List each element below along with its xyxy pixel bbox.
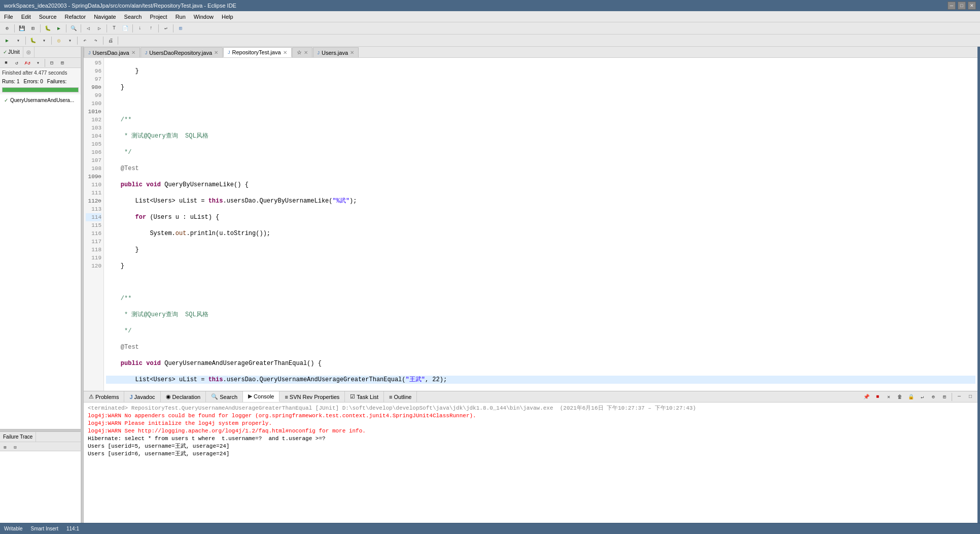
tab-console[interactable]: ▶ Console (243, 391, 279, 402)
pin-console-button[interactable]: 📌 (861, 392, 871, 402)
print-button[interactable]: 🖨 (106, 36, 116, 46)
status-insert-mode: Smart Insert (31, 526, 58, 531)
save-all-button[interactable]: ⊞ (28, 23, 38, 34)
word-wrap-button[interactable]: ↵ (917, 392, 927, 402)
left-panel-bottom-tabs: Failure Trace (0, 432, 81, 442)
save-button[interactable]: 💾 (17, 23, 27, 34)
coverage-tab[interactable]: ◎ (23, 47, 34, 57)
tab-problems[interactable]: ⚠ Problems (84, 391, 124, 402)
open-console-button[interactable]: ⊕ (928, 392, 938, 402)
search-toolbar-icon[interactable]: 🔍 (68, 23, 79, 34)
tab-search[interactable]: 🔍 Search (206, 391, 243, 402)
clear-console-button[interactable]: 🗑 (895, 392, 905, 402)
filter-failure-button[interactable]: ⊟ (10, 442, 20, 452)
run-button[interactable]: ▶ (54, 23, 64, 34)
collapse-all-button[interactable]: ⊟ (47, 58, 57, 68)
tab-outline[interactable]: ≡ Outline (384, 391, 417, 402)
undo-button[interactable]: ↶ (80, 36, 90, 46)
code-content[interactable]: } } /** * 测试@Query查询 SQL风格 */ @Test publ… (104, 58, 977, 391)
stop-test-button[interactable]: ■ (1, 58, 11, 68)
redo-button[interactable]: ↷ (91, 36, 101, 46)
maximize-panel-button[interactable]: □ (965, 392, 975, 402)
debug-button[interactable]: 🐛 (43, 23, 53, 34)
console-content[interactable]: <terminated> RepositoryTest.QueryUsernam… (84, 403, 977, 523)
coverage-button[interactable]: ◎ (54, 36, 64, 46)
next-annotation-button[interactable]: ↓ (135, 23, 145, 34)
progress-bar-fill (3, 88, 78, 92)
left-panel-bottom-toolbar: ⊞ ⊟ (0, 442, 81, 451)
test-stats: Runs: 1 Errors: 0 Failures: (0, 78, 81, 85)
menu-search[interactable]: Search (120, 11, 146, 22)
terminate-button[interactable]: ■ (872, 392, 883, 402)
tab-icon-usersdaorepo: J (145, 50, 148, 55)
prev-annotation-button[interactable]: ↑ (146, 23, 156, 34)
expand-all-button[interactable]: ⊞ (57, 58, 67, 68)
tab-repositorytest[interactable]: J RepositoryTest.java ✕ (223, 47, 292, 57)
debug-last-button[interactable]: 🐛 (28, 36, 38, 46)
coverage-dropdown-button[interactable]: ▾ (65, 36, 75, 46)
menu-project[interactable]: Project (146, 11, 171, 22)
rerun-test-button[interactable]: ↺ (12, 58, 22, 68)
menu-help[interactable]: Help (218, 11, 237, 22)
line-101: 101⊖ (86, 108, 101, 116)
problems-icon: ⚠ (89, 393, 94, 400)
scroll-lock-button[interactable]: 🔒 (906, 392, 916, 402)
forward-button[interactable]: ▷ (94, 23, 104, 34)
rerun-failed-button[interactable]: ✗↺ (22, 58, 32, 68)
tab-users[interactable]: J Users.java ✕ (313, 47, 359, 57)
maximize-button[interactable]: □ (958, 2, 966, 10)
console-line-6: Users [userid=6, username=王武, userage=24… (88, 450, 973, 458)
secondary-toolbar: ▶ ▾ 🐛 ▾ ◎ ▾ ↶ ↷ 🖨 (0, 35, 980, 47)
remove-launch-button[interactable]: ✕ (884, 392, 894, 402)
open-resource-button[interactable]: 📄 (120, 23, 130, 34)
menu-edit[interactable]: Edit (17, 11, 35, 22)
menu-window[interactable]: Window (190, 11, 218, 22)
tab-icon-repositorytest: J (228, 50, 230, 55)
line-97: 97 (86, 75, 101, 83)
close-tab-repositorytest[interactable]: ✕ (283, 50, 287, 55)
perspective-button[interactable]: ⊞ (176, 23, 186, 34)
line-96: 96 (86, 67, 101, 75)
open-type-button[interactable]: T (109, 23, 119, 34)
tab-svnrev[interactable]: ≡ SVN Rev Properties (279, 391, 345, 402)
close-tab-usersdao[interactable]: ✕ (131, 50, 135, 55)
right-collapse-handle[interactable] (977, 47, 980, 523)
code-editor[interactable]: 95 96 97 98⊖ 99 100 101⊖ 102 103 104 105… (84, 58, 977, 391)
menu-navigate[interactable]: Navigate (90, 11, 120, 22)
tab-declaration[interactable]: ◉ Declaration (161, 391, 206, 402)
test-result-item[interactable]: ✓ QueryUsernameAndUsera... (2, 96, 79, 104)
close-button[interactable]: ✕ (968, 2, 976, 10)
tab-tasklist[interactable]: ☑ Task List (345, 391, 384, 402)
run-last-button[interactable]: ▶ (2, 36, 12, 46)
menu-source[interactable]: Source (35, 11, 61, 22)
close-tab-users[interactable]: ✕ (350, 50, 354, 55)
toolbar2-separator-3 (77, 37, 78, 45)
outline-icon: ≡ (389, 394, 392, 400)
failure-trace-tab[interactable]: Failure Trace (0, 432, 36, 442)
outline-label: Outline (394, 394, 412, 400)
back-button[interactable]: ◁ (83, 23, 93, 34)
history-button[interactable]: ▾ (33, 58, 43, 68)
display-selected-button[interactable]: ⊞ (939, 392, 950, 402)
debug-dropdown-button[interactable]: ▾ (39, 36, 49, 46)
tab-star[interactable]: ☆ ✕ (292, 47, 312, 57)
run-dropdown-button[interactable]: ▾ (13, 36, 23, 46)
minimize-button[interactable]: ─ (948, 2, 956, 10)
menu-run[interactable]: Run (171, 11, 190, 22)
tab-usersdao[interactable]: J UsersDao.java ✕ (84, 47, 140, 57)
junit-tab[interactable]: ✓ JUnit (0, 47, 23, 57)
failure-trace-content (0, 451, 81, 523)
menu-refactor[interactable]: Refactor (61, 11, 90, 22)
line-113: 113 (86, 205, 101, 213)
close-tab-star[interactable]: ✕ (304, 50, 308, 55)
line-119: 119 (86, 254, 101, 262)
console-line-3: log4j:WARN See http://logging.apache.org… (88, 427, 973, 435)
copy-failure-button[interactable]: ⊞ (0, 442, 10, 452)
tab-javadoc[interactable]: J Javadoc (124, 391, 160, 402)
tab-usersdaorepo[interactable]: J UsersDaoRepository.java ✕ (141, 47, 223, 57)
new-button[interactable]: ⊕ (2, 23, 12, 34)
last-edit-button[interactable]: ↩ (161, 23, 171, 34)
menu-file[interactable]: File (0, 11, 17, 22)
close-tab-usersdaorepo[interactable]: ✕ (214, 50, 218, 55)
minimize-panel-button[interactable]: ─ (954, 392, 964, 402)
